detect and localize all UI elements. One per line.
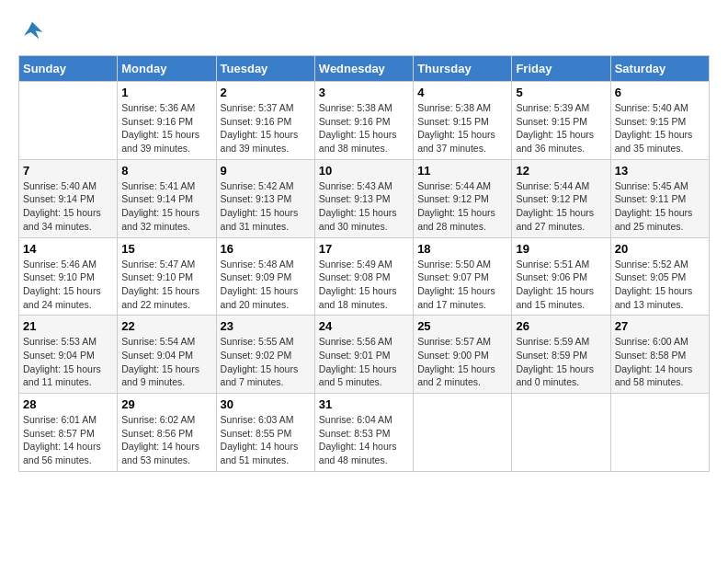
- calendar-table: SundayMondayTuesdayWednesdayThursdayFrid…: [18, 55, 710, 472]
- weekday-header-sunday: Sunday: [19, 56, 118, 82]
- day-number: 7: [23, 164, 113, 178]
- day-details: Sunrise: 5:39 AM Sunset: 9:15 PM Dayligh…: [516, 101, 606, 155]
- svg-marker-0: [24, 22, 42, 40]
- day-details: Sunrise: 5:56 AM Sunset: 9:01 PM Dayligh…: [319, 335, 409, 389]
- day-details: Sunrise: 6:03 AM Sunset: 8:55 PM Dayligh…: [221, 413, 311, 467]
- calendar-cell: 2Sunrise: 5:37 AM Sunset: 9:16 PM Daylig…: [216, 82, 314, 160]
- calendar-cell: 16Sunrise: 5:48 AM Sunset: 9:09 PM Dayli…: [216, 237, 314, 316]
- calendar-cell: 5Sunrise: 5:39 AM Sunset: 9:15 PM Daylig…: [512, 82, 610, 160]
- day-details: Sunrise: 5:41 AM Sunset: 9:14 PM Dayligh…: [121, 179, 211, 234]
- calendar-cell: 22Sunrise: 5:54 AM Sunset: 9:04 PM Dayli…: [118, 316, 216, 394]
- day-number: 2: [221, 86, 311, 99]
- day-details: Sunrise: 5:46 AM Sunset: 9:10 PM Dayligh…: [23, 258, 113, 312]
- calendar-cell: 15Sunrise: 5:47 AM Sunset: 9:10 PM Dayli…: [118, 237, 216, 316]
- day-number: 22: [121, 319, 211, 333]
- calendar-cell: 25Sunrise: 5:57 AM Sunset: 9:00 PM Dayli…: [414, 316, 512, 394]
- day-details: Sunrise: 5:36 AM Sunset: 9:16 PM Dayligh…: [121, 101, 211, 155]
- day-number: 4: [417, 86, 507, 99]
- day-number: 26: [516, 319, 606, 333]
- calendar-cell: 21Sunrise: 5:53 AM Sunset: 9:04 PM Dayli…: [19, 316, 118, 394]
- day-number: 27: [615, 319, 705, 333]
- day-details: Sunrise: 5:47 AM Sunset: 9:10 PM Dayligh…: [121, 258, 211, 312]
- calendar-cell: 3Sunrise: 5:38 AM Sunset: 9:16 PM Daylig…: [314, 82, 413, 160]
- calendar-cell: 27Sunrise: 6:00 AM Sunset: 8:58 PM Dayli…: [610, 316, 709, 394]
- weekday-header-tuesday: Tuesday: [216, 56, 314, 82]
- day-details: Sunrise: 6:00 AM Sunset: 8:58 PM Dayligh…: [615, 335, 705, 389]
- day-details: Sunrise: 5:40 AM Sunset: 9:14 PM Dayligh…: [23, 179, 113, 234]
- day-number: 29: [121, 397, 211, 411]
- calendar-cell: 31Sunrise: 6:04 AM Sunset: 8:53 PM Dayli…: [314, 394, 413, 472]
- day-number: 8: [121, 164, 211, 178]
- day-details: Sunrise: 5:42 AM Sunset: 9:13 PM Dayligh…: [221, 179, 311, 234]
- day-number: 24: [319, 319, 409, 333]
- calendar-cell: [512, 394, 610, 472]
- calendar-cell: 24Sunrise: 5:56 AM Sunset: 9:01 PM Dayli…: [314, 316, 413, 394]
- day-details: Sunrise: 5:57 AM Sunset: 9:00 PM Dayligh…: [417, 335, 507, 389]
- calendar-week-4: 21Sunrise: 5:53 AM Sunset: 9:04 PM Dayli…: [19, 316, 710, 394]
- day-number: 13: [615, 164, 705, 178]
- day-details: Sunrise: 6:02 AM Sunset: 8:56 PM Dayligh…: [121, 413, 211, 467]
- day-number: 12: [516, 164, 606, 178]
- calendar-cell: 19Sunrise: 5:51 AM Sunset: 9:06 PM Dayli…: [512, 237, 610, 316]
- day-details: Sunrise: 5:49 AM Sunset: 9:08 PM Dayligh…: [319, 258, 409, 312]
- day-number: 28: [23, 397, 113, 411]
- calendar-cell: 1Sunrise: 5:36 AM Sunset: 9:16 PM Daylig…: [118, 82, 216, 160]
- calendar-cell: 8Sunrise: 5:41 AM Sunset: 9:14 PM Daylig…: [118, 159, 216, 237]
- day-number: 25: [417, 319, 507, 333]
- calendar-cell: 14Sunrise: 5:46 AM Sunset: 9:10 PM Dayli…: [19, 237, 118, 316]
- header: [18, 18, 710, 46]
- calendar-cell: 17Sunrise: 5:49 AM Sunset: 9:08 PM Dayli…: [314, 237, 413, 316]
- day-number: 10: [319, 164, 409, 178]
- calendar-cell: 9Sunrise: 5:42 AM Sunset: 9:13 PM Daylig…: [216, 159, 314, 237]
- day-number: 14: [23, 242, 113, 256]
- day-details: Sunrise: 5:37 AM Sunset: 9:16 PM Dayligh…: [221, 101, 311, 155]
- day-details: Sunrise: 6:04 AM Sunset: 8:53 PM Dayligh…: [319, 413, 409, 467]
- day-details: Sunrise: 5:43 AM Sunset: 9:13 PM Dayligh…: [319, 179, 409, 234]
- weekday-header-friday: Friday: [512, 56, 610, 82]
- day-details: Sunrise: 5:38 AM Sunset: 9:15 PM Dayligh…: [417, 101, 507, 155]
- day-details: Sunrise: 5:45 AM Sunset: 9:11 PM Dayligh…: [615, 179, 705, 234]
- day-details: Sunrise: 5:54 AM Sunset: 9:04 PM Dayligh…: [121, 335, 211, 389]
- calendar-cell: 10Sunrise: 5:43 AM Sunset: 9:13 PM Dayli…: [314, 159, 413, 237]
- logo-icon: [18, 18, 46, 46]
- day-number: 9: [221, 164, 311, 178]
- calendar-cell: [414, 394, 512, 472]
- calendar-cell: 4Sunrise: 5:38 AM Sunset: 9:15 PM Daylig…: [414, 82, 512, 160]
- day-number: 3: [319, 86, 409, 99]
- day-number: 6: [615, 86, 705, 99]
- calendar-cell: 6Sunrise: 5:40 AM Sunset: 9:15 PM Daylig…: [610, 82, 709, 160]
- day-details: Sunrise: 5:44 AM Sunset: 9:12 PM Dayligh…: [417, 179, 507, 234]
- weekday-header-saturday: Saturday: [610, 56, 709, 82]
- calendar-cell: 29Sunrise: 6:02 AM Sunset: 8:56 PM Dayli…: [118, 394, 216, 472]
- weekday-header-wednesday: Wednesday: [314, 56, 413, 82]
- day-number: 18: [417, 242, 507, 256]
- calendar-week-3: 14Sunrise: 5:46 AM Sunset: 9:10 PM Dayli…: [19, 237, 710, 316]
- day-details: Sunrise: 5:52 AM Sunset: 9:05 PM Dayligh…: [615, 258, 705, 312]
- calendar-cell: 20Sunrise: 5:52 AM Sunset: 9:05 PM Dayli…: [610, 237, 709, 316]
- calendar-cell: 11Sunrise: 5:44 AM Sunset: 9:12 PM Dayli…: [414, 159, 512, 237]
- calendar-cell: 28Sunrise: 6:01 AM Sunset: 8:57 PM Dayli…: [19, 394, 118, 472]
- calendar-week-5: 28Sunrise: 6:01 AM Sunset: 8:57 PM Dayli…: [19, 394, 710, 472]
- day-number: 23: [221, 319, 311, 333]
- calendar-cell: [610, 394, 709, 472]
- calendar-cell: 30Sunrise: 6:03 AM Sunset: 8:55 PM Dayli…: [216, 394, 314, 472]
- day-number: 19: [516, 242, 606, 256]
- day-number: 31: [319, 397, 409, 411]
- calendar-cell: 12Sunrise: 5:44 AM Sunset: 9:12 PM Dayli…: [512, 159, 610, 237]
- day-number: 16: [221, 242, 311, 256]
- calendar-week-1: 1Sunrise: 5:36 AM Sunset: 9:16 PM Daylig…: [19, 82, 710, 160]
- calendar-cell: [19, 82, 118, 160]
- calendar-cell: 23Sunrise: 5:55 AM Sunset: 9:02 PM Dayli…: [216, 316, 314, 394]
- day-number: 15: [121, 242, 211, 256]
- day-number: 20: [615, 242, 705, 256]
- day-number: 30: [221, 397, 311, 411]
- day-details: Sunrise: 5:55 AM Sunset: 9:02 PM Dayligh…: [221, 335, 311, 389]
- day-details: Sunrise: 5:38 AM Sunset: 9:16 PM Dayligh…: [319, 101, 409, 155]
- day-details: Sunrise: 5:51 AM Sunset: 9:06 PM Dayligh…: [516, 258, 606, 312]
- day-details: Sunrise: 6:01 AM Sunset: 8:57 PM Dayligh…: [23, 413, 113, 467]
- day-details: Sunrise: 5:59 AM Sunset: 8:59 PM Dayligh…: [516, 335, 606, 389]
- day-number: 11: [417, 164, 507, 178]
- calendar-cell: 18Sunrise: 5:50 AM Sunset: 9:07 PM Dayli…: [414, 237, 512, 316]
- day-number: 1: [121, 86, 211, 99]
- weekday-header-monday: Monday: [118, 56, 216, 82]
